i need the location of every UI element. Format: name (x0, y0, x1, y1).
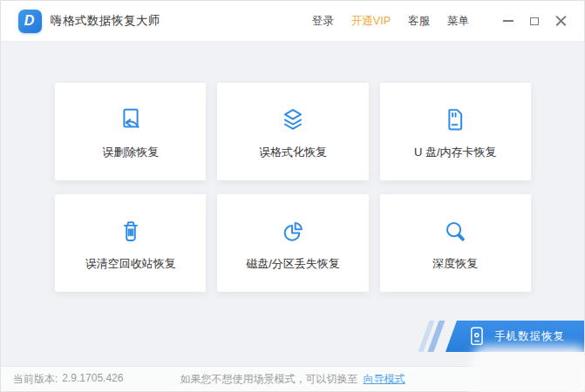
close-icon (555, 16, 567, 27)
version-label: 当前版本: (13, 372, 58, 387)
minimize-icon (503, 20, 514, 22)
minimize-button[interactable] (499, 11, 518, 30)
titlebar: D 嗨格式数据恢复大师 登录 开通VIP 客服 菜单 (1, 1, 584, 41)
card-deep-recovery[interactable]: 深度恢复 (380, 194, 531, 292)
banner-body: 手机数据恢复 (446, 321, 584, 352)
version-info: 当前版本: 2.9.1705.426 (13, 372, 123, 387)
window-controls (492, 11, 570, 30)
trash-icon (114, 215, 147, 248)
card-label: 磁盘/分区丢失恢复 (246, 256, 340, 272)
logo-icon: D (24, 14, 35, 28)
banner-label: 手机数据恢复 (494, 329, 565, 344)
card-usb-sd-recovery[interactable]: U 盘/内存卡恢复 (380, 83, 531, 180)
search-icon (439, 215, 472, 248)
recovery-mode-grid: 误删除恢复 误格式化恢复 U 盘/内存卡恢复 (55, 83, 531, 292)
titlebar-menu: 登录 开通VIP 客服 菜单 (295, 11, 570, 30)
card-label: 误删除恢复 (102, 145, 159, 160)
hint-text: 如果您不想使用场景模式，可以切换至 (180, 372, 358, 387)
support-link[interactable]: 客服 (408, 14, 430, 29)
wizard-mode-link[interactable]: 向导模式 (364, 372, 405, 387)
vip-link[interactable]: 开通VIP (351, 14, 391, 29)
app-logo: D (18, 10, 42, 33)
card-label: 误格式化恢复 (259, 145, 327, 160)
card-partition-recovery[interactable]: 磁盘/分区丢失恢复 (217, 194, 368, 292)
card-label: U 盘/内存卡恢复 (414, 145, 497, 160)
pie-chart-icon (276, 215, 310, 248)
main-area: 误删除恢复 误格式化恢复 U 盘/内存卡恢复 (1, 41, 584, 366)
card-label: 深度恢复 (432, 256, 478, 272)
layers-icon (276, 104, 310, 137)
menu-link[interactable]: 菜单 (447, 14, 469, 29)
card-label: 误清空回收站恢复 (85, 256, 176, 272)
watermark-smudge (480, 354, 582, 391)
maximize-icon (530, 17, 539, 25)
file-restore-icon (114, 104, 147, 137)
phone-recovery-button[interactable]: 手机数据恢复 (424, 321, 584, 352)
card-recycle-bin-recovery[interactable]: 误清空回收站恢复 (55, 194, 206, 292)
card-format-recovery[interactable]: 误格式化恢复 (217, 83, 368, 180)
version-number: 2.9.1705.426 (62, 372, 123, 387)
phone-icon (470, 326, 485, 347)
maximize-button[interactable] (525, 11, 544, 30)
app-title: 嗨格式数据恢复大师 (51, 13, 160, 29)
mode-hint: 如果您不想使用场景模式，可以切换至 向导模式 (180, 372, 405, 387)
card-deleted-recovery[interactable]: 误删除恢复 (55, 83, 206, 180)
close-button[interactable] (551, 11, 570, 30)
app-window: D 嗨格式数据恢复大师 登录 开通VIP 客服 菜单 误删除恢复 (0, 0, 585, 392)
sd-card-icon (439, 104, 472, 137)
login-link[interactable]: 登录 (312, 14, 334, 29)
